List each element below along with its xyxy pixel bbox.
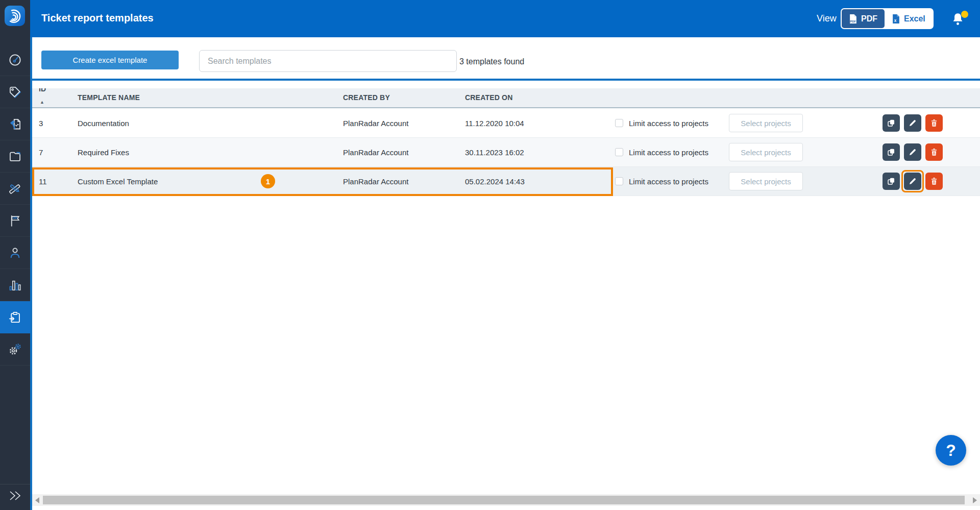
column-header-template-name[interactable]: TEMPLATE NAME: [78, 93, 140, 102]
excel-button-label: Excel: [904, 14, 925, 23]
sidebar-item-report-templates[interactable]: [0, 301, 30, 333]
results-count: 3 templates found: [459, 56, 524, 67]
sidebar-nav: [0, 44, 30, 366]
sidebar-item-projects[interactable]: [0, 140, 30, 173]
help-button[interactable]: ?: [936, 435, 966, 466]
duplicate-icon: [887, 177, 896, 186]
sidebar-collapse-toggle[interactable]: [0, 484, 30, 507]
table-header: ID ▲ TEMPLATE NAME CREATED BY CREATED ON: [32, 88, 980, 108]
app-window: Ticket report templates View PDF PDF x E…: [0, 0, 980, 510]
sidebar-item-contacts[interactable]: [0, 237, 30, 269]
row-id: 3: [39, 119, 43, 128]
row-created-by: PlanRadar Account: [343, 148, 408, 157]
edit-button[interactable]: [904, 114, 921, 132]
row-actions: [883, 143, 943, 161]
duplicate-button[interactable]: [883, 114, 900, 132]
row-created-by: PlanRadar Account: [343, 119, 408, 128]
table-row: 3 Documentation PlanRadar Account 11.12.…: [32, 109, 980, 138]
double-chevron-right-icon: [8, 490, 22, 502]
row-template-name: Documentation: [78, 119, 129, 128]
folder-icon: [8, 150, 22, 163]
view-pdf-button[interactable]: PDF PDF: [842, 9, 885, 28]
view-excel-button[interactable]: x Excel: [885, 9, 933, 28]
column-header-created-on[interactable]: CREATED ON: [465, 93, 513, 102]
tag-icon: [8, 85, 22, 99]
flag-icon: [8, 214, 22, 228]
document-hammer-icon: [8, 117, 22, 131]
scrollbar-thumb[interactable]: [43, 496, 965, 504]
select-projects-button[interactable]: Select projects: [729, 172, 803, 190]
logo-swirl-icon: [7, 8, 22, 23]
notifications-button[interactable]: [951, 12, 969, 29]
duplicate-button[interactable]: [883, 143, 900, 161]
table-top-divider: [30, 79, 980, 81]
bar-chart-icon: [8, 278, 22, 292]
limit-access-label: Limit access to projects: [629, 119, 708, 128]
limit-access-checkbox[interactable]: [615, 177, 623, 185]
table-row-highlighted: 11 Custom Excel Template 1 PlanRadar Acc…: [32, 167, 980, 196]
sidebar-item-statistics[interactable]: [0, 269, 30, 301]
scroll-right-arrow-icon[interactable]: [973, 497, 977, 503]
page-header: Ticket report templates View PDF PDF x E…: [30, 0, 980, 37]
notification-dot: [961, 11, 968, 18]
delete-icon: [929, 148, 939, 157]
row-created-by: PlanRadar Account: [343, 177, 408, 186]
svg-text:PDF: PDF: [850, 20, 856, 23]
column-header-id[interactable]: ID: [39, 88, 46, 93]
delete-button[interactable]: [925, 114, 943, 132]
sidebar-item-settings[interactable]: [0, 333, 30, 366]
column-header-created-by[interactable]: CREATED BY: [343, 93, 390, 102]
planradar-logo[interactable]: [5, 6, 25, 26]
search-input[interactable]: [199, 50, 457, 72]
sidebar-item-reports[interactable]: [0, 108, 30, 140]
horizontal-scrollbar[interactable]: [32, 494, 980, 506]
sidebar-item-tickets[interactable]: [0, 76, 30, 108]
ruler-pencil-icon: [8, 182, 22, 196]
sidebar: [0, 0, 30, 510]
row-created-on: 30.11.2023 16:02: [465, 148, 524, 157]
delete-icon: [929, 118, 939, 128]
row-actions: [883, 173, 943, 190]
edit-button[interactable]: [904, 143, 921, 161]
sort-asc-arrow-icon[interactable]: ▲: [40, 100, 44, 105]
edit-icon: [908, 118, 917, 128]
gauge-icon: [8, 53, 22, 67]
edit-button[interactable]: [904, 173, 921, 190]
row-created-on: 11.12.2020 10:04: [465, 119, 524, 128]
sidebar-item-plans[interactable]: [0, 173, 30, 205]
user-icon: [8, 246, 22, 260]
duplicate-icon: [887, 118, 896, 128]
page-title: Ticket report templates: [41, 12, 154, 24]
select-projects-button[interactable]: Select projects: [729, 143, 803, 161]
delete-button[interactable]: [925, 173, 943, 190]
delete-button[interactable]: [925, 143, 943, 161]
row-id: 11: [39, 177, 47, 186]
row-template-name: Required Fixes: [78, 148, 129, 157]
delete-icon: [929, 177, 939, 186]
scroll-left-arrow-icon[interactable]: [35, 497, 39, 503]
excel-file-icon: x: [892, 14, 900, 24]
limit-access-label: Limit access to projects: [629, 177, 708, 186]
duplicate-icon: [887, 148, 896, 157]
edit-button-highlight-outline: [901, 170, 924, 192]
row-template-name: Custom Excel Template: [78, 177, 158, 186]
row-created-on: 05.02.2024 14:43: [465, 177, 525, 186]
create-excel-template-button[interactable]: Create excel template: [41, 51, 179, 69]
edit-icon: [908, 148, 917, 157]
table-row: 7 Required Fixes PlanRadar Account 30.11…: [32, 138, 980, 167]
edit-icon: [908, 177, 917, 186]
view-toggle-group: PDF PDF x Excel: [841, 8, 934, 29]
limit-access-checkbox[interactable]: [615, 119, 623, 127]
clipboard-export-icon: [8, 310, 22, 324]
sidebar-item-flags[interactable]: [0, 205, 30, 237]
view-label: View: [817, 13, 837, 24]
svg-text:x: x: [894, 18, 897, 23]
content-accent-line: [30, 37, 32, 510]
duplicate-button[interactable]: [883, 173, 900, 190]
select-projects-button[interactable]: Select projects: [729, 114, 803, 132]
sidebar-item-dashboard[interactable]: [0, 44, 30, 76]
limit-access-checkbox[interactable]: [615, 148, 623, 156]
pdf-button-label: PDF: [861, 14, 877, 23]
row-id: 7: [39, 148, 43, 157]
pdf-file-icon: PDF: [849, 14, 857, 24]
